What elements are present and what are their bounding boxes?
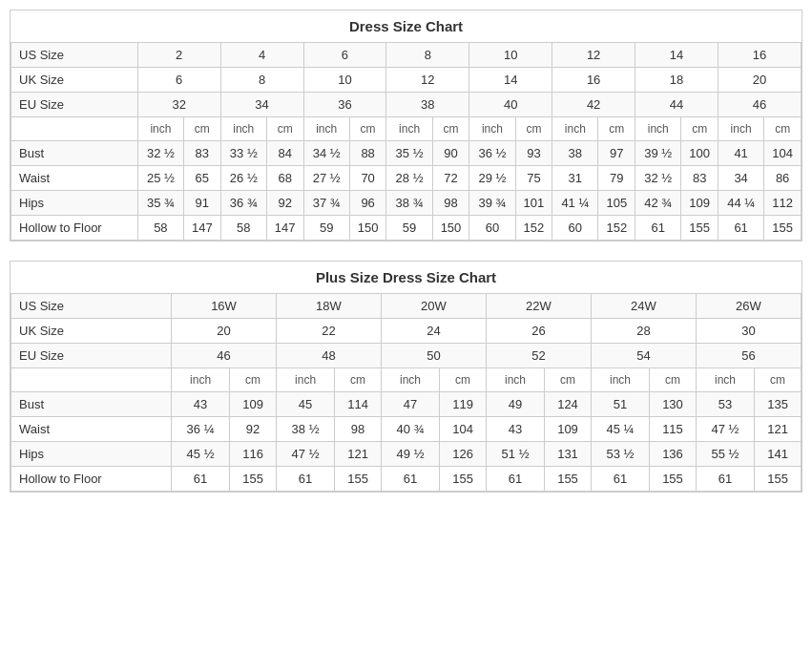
cm-value: 155 xyxy=(335,467,382,492)
inch-value: 49 xyxy=(486,392,544,417)
us-size-cell: 18W xyxy=(276,294,381,319)
inch-value: 53 ½ xyxy=(591,442,649,467)
uk-size-cell: 12 xyxy=(386,68,469,93)
cm-value: 116 xyxy=(230,442,277,467)
inch-value: 41 xyxy=(718,141,763,166)
cm-value: 155 xyxy=(545,467,592,492)
cm-value: 79 xyxy=(598,166,635,191)
inch-value: 61 xyxy=(276,467,334,492)
eu-size-cell: 32 xyxy=(137,93,220,117)
inch-value: 43 xyxy=(486,417,544,442)
inch-value: 59 xyxy=(386,216,432,241)
cm-value: 152 xyxy=(515,216,552,241)
inch-header: inch xyxy=(635,117,681,141)
inch-value: 29 ½ xyxy=(469,166,515,191)
eu-size-cell: 54 xyxy=(591,344,696,368)
cm-value: 90 xyxy=(432,141,469,166)
us-size-cell: 12 xyxy=(552,43,635,68)
cm-header: cm xyxy=(440,368,487,392)
uk-size-cell: 26 xyxy=(486,319,591,344)
cm-value: 130 xyxy=(650,392,697,417)
cm-header: cm xyxy=(650,368,697,392)
us-size-cell: 6 xyxy=(303,43,386,68)
cm-value: 93 xyxy=(515,141,552,166)
cm-header: cm xyxy=(349,117,386,141)
us-size-cell: 2 xyxy=(137,43,220,68)
inch-header: inch xyxy=(469,117,515,141)
uk-size-cell: 16 xyxy=(552,68,635,93)
measurement-label: Hips xyxy=(11,191,138,216)
cm-value: 112 xyxy=(764,191,802,216)
inch-value: 39 ¾ xyxy=(469,191,515,216)
measurement-row: Hollow to Floor5814758147591505915060152… xyxy=(11,216,802,241)
uk-size-cell: 20 xyxy=(718,68,801,93)
cm-value: 150 xyxy=(349,216,386,241)
inch-header: inch xyxy=(276,368,334,392)
uk-size-label: UK Size xyxy=(11,68,138,93)
cm-value: 75 xyxy=(515,166,552,191)
cm-value: 150 xyxy=(432,216,469,241)
inch-value: 35 ½ xyxy=(386,141,432,166)
cm-value: 88 xyxy=(349,141,386,166)
cm-value: 96 xyxy=(349,191,386,216)
cm-header: cm xyxy=(598,117,635,141)
us-size-label: US Size xyxy=(11,43,138,68)
cm-value: 121 xyxy=(755,417,802,442)
cm-header: cm xyxy=(432,117,469,141)
inch-value: 61 xyxy=(172,467,230,492)
inch-value: 61 xyxy=(718,216,763,241)
inch-value: 51 ½ xyxy=(486,442,544,467)
cm-value: 105 xyxy=(598,191,635,216)
cm-value: 104 xyxy=(440,417,487,442)
cm-header: cm xyxy=(755,368,802,392)
cm-value: 121 xyxy=(335,442,382,467)
inch-value: 61 xyxy=(635,216,681,241)
inch-header: inch xyxy=(486,368,544,392)
inch-value: 44 ¼ xyxy=(718,191,763,216)
inch-value: 36 ¾ xyxy=(220,191,266,216)
inch-value: 38 ¾ xyxy=(386,191,432,216)
inch-value: 32 ½ xyxy=(137,141,183,166)
inch-value: 37 ¾ xyxy=(303,191,349,216)
inch-value: 27 ½ xyxy=(303,166,349,191)
measurement-row: Hips35 ¾9136 ¾9237 ¾9638 ¾9839 ¾10141 ¼1… xyxy=(11,191,802,216)
cm-value: 101 xyxy=(515,191,552,216)
uk-size-cell: 14 xyxy=(469,68,552,93)
inch-value: 60 xyxy=(469,216,515,241)
chart1-title: Dress Size Chart xyxy=(10,10,802,42)
inch-value: 40 ¾ xyxy=(381,417,439,442)
measurement-row: Waist36 ¼9238 ½9840 ¾1044310945 ¼11547 ½… xyxy=(11,417,802,442)
inch-value: 51 xyxy=(591,392,649,417)
eu-size-cell: 42 xyxy=(552,93,635,117)
eu-size-cell: 48 xyxy=(276,344,381,368)
measurement-row: Waist25 ½6526 ½6827 ½7028 ½7229 ½7531793… xyxy=(11,166,802,191)
eu-size-cell: 44 xyxy=(635,93,718,117)
inch-value: 61 xyxy=(591,467,649,492)
inch-value: 34 ½ xyxy=(303,141,349,166)
uk-size-cell: 8 xyxy=(220,68,303,93)
dress-size-chart: Dress Size Chart US Size246810121416UK S… xyxy=(10,10,802,242)
cm-value: 65 xyxy=(184,166,221,191)
cm-value: 109 xyxy=(230,392,277,417)
us-size-cell: 14 xyxy=(635,43,718,68)
inch-header: inch xyxy=(303,117,349,141)
inch-value: 47 ½ xyxy=(276,442,334,467)
cm-value: 98 xyxy=(432,191,469,216)
cm-header: cm xyxy=(681,117,718,141)
cm-value: 92 xyxy=(266,191,303,216)
us-size-cell: 10 xyxy=(469,43,552,68)
inch-value: 35 ¾ xyxy=(137,191,183,216)
inch-header: inch xyxy=(696,368,754,392)
cm-value: 109 xyxy=(545,417,592,442)
measurement-row: Hips45 ½11647 ½12149 ½12651 ½13153 ½1365… xyxy=(11,442,802,467)
eu-size-cell: 46 xyxy=(718,93,801,117)
us-size-cell: 20W xyxy=(381,294,486,319)
uk-size-cell: 18 xyxy=(635,68,718,93)
uk-size-cell: 30 xyxy=(696,319,801,344)
inch-header: inch xyxy=(220,117,266,141)
inch-value: 41 ¼ xyxy=(552,191,598,216)
us-size-cell: 22W xyxy=(486,294,591,319)
cm-value: 100 xyxy=(681,141,718,166)
inch-value: 33 ½ xyxy=(220,141,266,166)
eu-size-cell: 50 xyxy=(381,344,486,368)
